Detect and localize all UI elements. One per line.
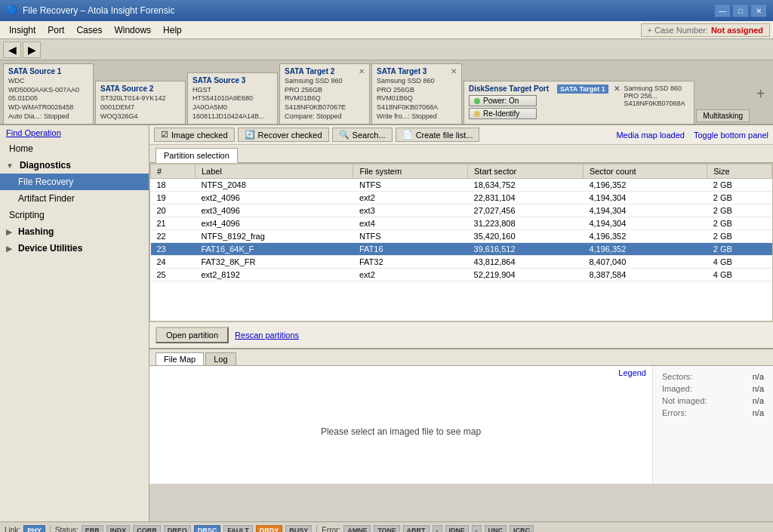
error-label: Error: <box>322 526 340 532</box>
power-on-button[interactable]: Power: On <box>469 95 537 106</box>
sidebar-item-diagnostics[interactable]: ▼ Diagnostics <box>0 157 149 174</box>
search-button[interactable]: 🔍 Search... <box>332 128 393 142</box>
table-row[interactable]: 24 FAT32_8K_FR FAT32 43,812,864 8,407,04… <box>151 256 772 269</box>
error-badge-abrt: ABRT <box>403 525 430 532</box>
sidebar-label-home: Home <box>9 143 33 154</box>
disksense-tab[interactable]: DiskSense Target Port SATA Target 1 ✕ Po… <box>463 81 694 124</box>
cell-fs: NTFS <box>353 230 468 243</box>
status-badge-busy: BUSY <box>285 525 312 532</box>
multitasking-button[interactable]: Multitasking <box>696 109 750 122</box>
table-row[interactable]: 18 NTFS_2048 NTFS 18,634,752 4,196,352 2… <box>151 179 772 192</box>
menu-cases[interactable]: Cases <box>70 23 108 37</box>
table-row[interactable]: 19 ext2_4096 ext2 22,831,104 4,194,304 2… <box>151 192 772 204</box>
file-map-tab[interactable]: File Map <box>156 352 204 365</box>
not-imaged-value: n/a <box>753 396 764 405</box>
cell-sectors: 8,387,584 <box>583 269 707 281</box>
sidebar-item-home[interactable]: Home <box>0 140 149 157</box>
error-badge-idnf: IDNF <box>445 525 469 532</box>
add-drive-button[interactable]: + <box>751 83 770 104</box>
maximize-button[interactable]: □ <box>732 4 749 17</box>
disksense-label: DiskSense Target Port <box>469 85 549 93</box>
power-indicator <box>474 98 480 104</box>
link-label: Link: <box>5 526 20 532</box>
toggle-bottom-panel-link[interactable]: Toggle bottom panel <box>694 131 768 140</box>
tab-close-sata-target-2[interactable]: ✕ <box>359 67 365 75</box>
cell-num: 20 <box>151 204 196 217</box>
cell-label: NTFS_8192_frag <box>195 230 353 243</box>
col-header-num: # <box>151 165 196 179</box>
partition-table: # Label File system Start sector Sector … <box>150 164 772 281</box>
tab-title-sata-source-1: SATA Source 1 <box>8 67 61 75</box>
find-operation-link[interactable]: Find Operation <box>0 125 149 140</box>
sidebar-item-hashing[interactable]: ▶ Hashing <box>0 223 149 240</box>
sidebar-label-artifact-finder: Artifact Finder <box>18 193 75 204</box>
file-icon: 📄 <box>402 130 413 140</box>
drive-tab-sata-source-2[interactable]: SATA Source 2 ST320LT014-9YK142 0001DEM7… <box>95 81 186 124</box>
image-checked-button[interactable]: ☑ Image checked <box>154 128 235 142</box>
status-badge-corr: CORR <box>133 525 161 532</box>
sidebar-label-hashing: Hashing <box>18 226 54 237</box>
menu-port[interactable]: Port <box>42 23 70 37</box>
cell-size: 2 GB <box>707 230 772 243</box>
cell-start: 31,223,808 <box>468 217 584 230</box>
cell-size: 2 GB <box>707 204 772 217</box>
window-title: File Recovery – Atola Insight Forensic <box>23 5 714 16</box>
tab-close-sata-target-3[interactable]: ✕ <box>451 67 457 75</box>
bottom-panel: File Map Log Legend Please select an ima… <box>149 348 773 484</box>
reidentify-button[interactable]: Re-Identify <box>469 108 537 119</box>
close-button[interactable]: ✕ <box>750 4 767 17</box>
cell-sectors: 4,194,304 <box>583 217 707 230</box>
sidebar-item-device-utilities[interactable]: ▶ Device Utilities <box>0 240 149 257</box>
forward-button[interactable]: ▶ <box>23 42 41 58</box>
partition-selection-tab[interactable]: Partition selection <box>156 148 238 163</box>
table-row[interactable]: 21 ext4_4096 ext4 31,223,808 4,194,304 2… <box>151 217 772 230</box>
col-header-start: Start sector <box>468 165 584 179</box>
log-tab[interactable]: Log <box>205 352 236 365</box>
table-row[interactable]: 20 ext3_4096 ext3 27,027,456 4,194,304 2… <box>151 204 772 217</box>
link-phy-badge: PHY <box>23 525 45 532</box>
minimize-button[interactable]: — <box>714 4 731 17</box>
cell-size: 2 GB <box>707 217 772 230</box>
imaged-label: Imaged: <box>662 384 692 393</box>
rescan-partitions-button[interactable]: Rescan partitions <box>235 331 299 340</box>
cell-fs: ext3 <box>353 204 468 217</box>
cell-num: 18 <box>151 179 196 192</box>
cell-label: NTFS_2048 <box>195 179 353 192</box>
menu-insight[interactable]: Insight <box>3 23 42 37</box>
legend-link[interactable]: Legend <box>618 368 646 377</box>
col-header-label: Label <box>195 165 353 179</box>
cell-fs: FAT32 <box>353 256 468 269</box>
bottom-panel-content: Legend Please select an imaged file to s… <box>149 366 773 484</box>
back-button[interactable]: ◀ <box>3 42 21 58</box>
table-row[interactable]: 23 FAT16_64K_F FAT16 39,616,512 4,196,35… <box>151 243 772 256</box>
drive-tab-sata-source-1[interactable]: SATA Source 1 WDC WD5000AAKS-007AA0 05.0… <box>3 63 94 124</box>
menu-help[interactable]: Help <box>157 23 188 37</box>
cell-sectors: 4,196,352 <box>583 243 707 256</box>
table-row[interactable]: 22 NTFS_8192_frag NTFS 35,420,160 4,196,… <box>151 230 772 243</box>
sidebar-label-scripting: Scripting <box>9 210 45 220</box>
open-partition-button[interactable]: Open partition <box>156 327 229 343</box>
drive-tab-sata-target-3[interactable]: SATA Target 3 ✕ Samsung SSD 860 PRO 256G… <box>371 63 462 124</box>
cell-label: ext2_8192 <box>195 269 353 281</box>
tab-serial-1: WD5000AAKS-007AA0 <box>8 86 88 95</box>
expand-icon-diagnostics: ▼ <box>6 161 14 170</box>
sidebar-item-scripting[interactable]: Scripting <box>0 207 149 223</box>
drive-tab-sata-target-2[interactable]: SATA Target 2 ✕ Samsung SSD 860 PRO 256G… <box>279 63 370 124</box>
recover-checked-button[interactable]: 🔄 Recover checked <box>238 128 329 142</box>
recover-icon: 🔄 <box>245 130 255 140</box>
disksense-close[interactable]: ✕ <box>614 85 620 93</box>
cell-size: 2 GB <box>707 179 772 192</box>
sidebar-item-file-recovery[interactable]: File Recovery <box>0 174 149 190</box>
drive-tab-sata-source-3[interactable]: SATA Source 3 HGST HTS541010A9E680 JA0OA… <box>187 72 278 125</box>
status-badge-indx: INDX <box>106 525 131 532</box>
create-file-list-button[interactable]: 📄 Create file list... <box>396 128 480 142</box>
cell-start: 43,812,864 <box>468 256 584 269</box>
cell-size: 4 GB <box>707 269 772 281</box>
tab-title-sata-target-3: SATA Target 3 <box>377 67 427 75</box>
media-map-loaded-link[interactable]: Media map loaded <box>616 131 685 140</box>
menu-windows[interactable]: Windows <box>108 23 157 37</box>
table-row[interactable]: 25 ext2_8192 ext2 52,219,904 8,387,584 4… <box>151 269 772 281</box>
sidebar-item-artifact-finder[interactable]: Artifact Finder <box>0 190 149 207</box>
status-badge-fault: FAULT <box>223 525 252 532</box>
sectors-value: n/a <box>753 372 764 381</box>
